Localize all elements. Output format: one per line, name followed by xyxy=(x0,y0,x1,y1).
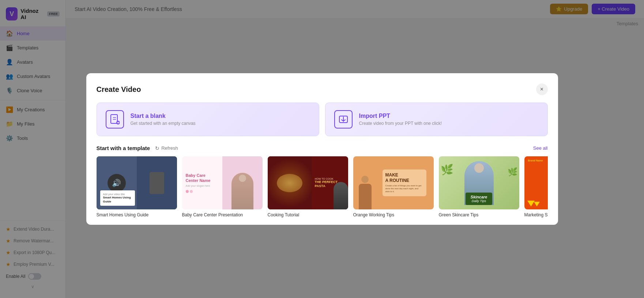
template-name-baby-care: Baby Care Center Presentation xyxy=(182,212,263,217)
modal-close-button[interactable]: × xyxy=(536,83,548,95)
template-card-baby-care[interactable]: Baby Care Center Name Add your slogan he… xyxy=(182,156,263,217)
ppt-option-card[interactable]: Import PPT Create video from your PPT wi… xyxy=(325,103,548,136)
create-video-modal: Create Video × Start a blank Get started… xyxy=(86,73,558,225)
baby-care-title-display: Baby Care Center Name xyxy=(186,173,219,183)
template-thumb-skincare: 🌿 🌿 Skincare Daily Tips xyxy=(439,156,519,209)
see-all-label: See all xyxy=(533,145,548,151)
template-section-title: Start with a template xyxy=(97,145,150,151)
template-name-cooking: Cooking Tutorial xyxy=(268,212,348,217)
template-thumb-smart-homes: 🔊 Add your video title Smart Homes Using… xyxy=(97,156,177,209)
skincare-badge-line2: Daily Tips xyxy=(471,199,487,203)
template-card-marketing[interactable]: Brand Name MARKETINGSTRATEGY www.yoursit… xyxy=(524,156,548,217)
modal-header: Create Video × xyxy=(97,83,548,95)
template-card-smart-homes[interactable]: 🔊 Add your video title Smart Homes Using… xyxy=(97,156,177,217)
blank-option-card[interactable]: Start a blank Get started with an empty … xyxy=(97,103,319,136)
template-card-cooking[interactable]: How to cook THE PERFECT PASTA Cooking Tu… xyxy=(268,156,348,217)
template-name-smart-homes: Smart Homes Using Guide xyxy=(97,212,177,217)
ppt-option-texts: Import PPT Create video from your PPT wi… xyxy=(359,113,442,126)
blank-option-texts: Start a blank Get started with an empty … xyxy=(131,113,196,126)
template-grid: 🔊 Add your video title Smart Homes Using… xyxy=(97,156,548,225)
refresh-label: Refresh xyxy=(161,145,178,151)
blank-option-desc: Get started with an empty canvas xyxy=(131,121,196,126)
option-cards: Start a blank Get started with an empty … xyxy=(97,103,548,136)
template-card-orange[interactable]: MAKEA ROUTINE Create a list of things yo… xyxy=(353,156,434,217)
template-thumb-cooking: How to cook THE PERFECT PASTA xyxy=(268,156,348,209)
baby-care-slogan: Add your slogan here xyxy=(186,185,219,187)
blank-option-title: Start a blank xyxy=(131,113,196,119)
smart-homes-overlay-title: Add your video title xyxy=(103,193,132,196)
template-section-header: Start with a template ↻ Refresh See all xyxy=(97,145,548,151)
template-section-left: Start with a template ↻ Refresh xyxy=(97,145,178,151)
template-thumb-marketing: Brand Name MARKETINGSTRATEGY www.yoursit… xyxy=(524,156,548,209)
template-thumb-orange: MAKEA ROUTINE Create a list of things yo… xyxy=(353,156,434,209)
close-icon: × xyxy=(540,86,543,93)
smart-homes-subtitle: Smart Homes Using Guide xyxy=(103,196,132,204)
ppt-option-title: Import PPT xyxy=(359,113,442,119)
template-name-marketing: Marketing Strategy Tips xyxy=(524,212,548,217)
template-card-skincare[interactable]: 🌿 🌿 Skincare Daily Tips Green Skincare T… xyxy=(439,156,519,217)
ppt-option-desc: Create video from your PPT with one clic… xyxy=(359,121,442,126)
refresh-button[interactable]: ↻ Refresh xyxy=(155,145,178,151)
blank-icon xyxy=(106,110,124,128)
template-name-skincare: Green Skincare Tips xyxy=(439,212,519,217)
skincare-badge-line1: Skincare xyxy=(471,195,487,199)
refresh-icon: ↻ xyxy=(155,145,159,151)
template-name-orange: Orange Working Tips xyxy=(353,212,434,217)
ppt-icon xyxy=(334,110,353,128)
modal-title: Create Video xyxy=(97,85,141,94)
see-all-button[interactable]: See all xyxy=(533,145,548,151)
template-thumb-baby-care: Baby Care Center Name Add your slogan he… xyxy=(182,156,263,209)
